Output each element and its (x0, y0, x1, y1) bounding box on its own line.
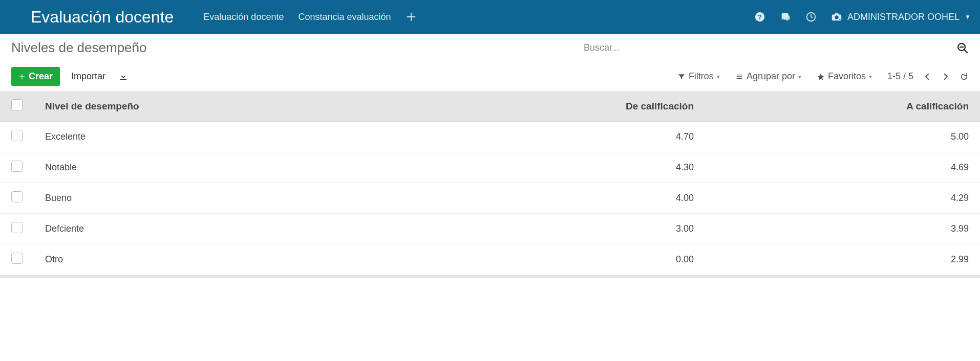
row-checkbox[interactable] (11, 161, 23, 172)
row-select-cell (0, 183, 34, 214)
pager-prev-button[interactable] (923, 72, 932, 81)
favorites-dropdown[interactable]: Favoritos ▾ (817, 71, 872, 82)
cell-from-score: 3.00 (412, 214, 705, 244)
pager: 1-5 / 5 (887, 71, 969, 82)
create-button[interactable]: Crear (11, 67, 60, 86)
table-row[interactable]: Defciente3.003.99 (0, 214, 980, 244)
favorites-label: Favoritos (828, 71, 866, 82)
import-button[interactable]: Importar (71, 71, 105, 82)
caret-down-icon: ▾ (717, 73, 720, 80)
table-row[interactable]: Otro0.002.99 (0, 244, 980, 275)
group-by-label: Agrupar por (747, 71, 795, 82)
chat-icon[interactable] (780, 11, 791, 22)
svg-text:?: ? (758, 13, 762, 21)
caret-down-icon: ▾ (869, 73, 872, 80)
row-select-cell (0, 214, 34, 244)
performance-levels-table: Nivel de desempeño De calificación A cal… (0, 91, 980, 275)
nav-menu: Evaluación docente Constancia evaluación (203, 11, 745, 22)
nav-item-constancia-evaluacion[interactable]: Constancia evaluación (298, 12, 391, 22)
table-row[interactable]: Bueno4.004.29 (0, 183, 980, 214)
row-checkbox[interactable] (11, 222, 23, 233)
row-checkbox[interactable] (11, 130, 23, 141)
row-checkbox[interactable] (11, 253, 23, 264)
cell-to-score: 4.29 (705, 183, 980, 214)
table-row[interactable]: Excelente4.705.00 (0, 122, 980, 152)
caret-down-icon: ▾ (798, 73, 801, 80)
cell-level: Excelente (34, 122, 412, 152)
plus-icon[interactable] (406, 11, 417, 22)
column-header-to-score[interactable]: A calificación (705, 91, 980, 122)
app-title[interactable]: Evaluación docente (31, 8, 174, 27)
cell-level: Defciente (34, 214, 412, 244)
cell-to-score: 2.99 (705, 244, 980, 275)
row-select-cell (0, 122, 34, 152)
svg-line-10 (964, 50, 967, 53)
nav-right-icons: ? ADMINISTRADOR OOHEL ▼ (754, 11, 971, 22)
chevron-left-icon (923, 72, 932, 81)
camera-icon (831, 11, 842, 22)
cell-level: Bueno (34, 183, 412, 214)
user-name-label: ADMINISTRADOR OOHEL (847, 12, 960, 22)
help-icon[interactable]: ? (754, 11, 765, 22)
row-select-cell (0, 244, 34, 275)
select-all-header (0, 91, 34, 122)
create-button-label: Crear (29, 71, 53, 82)
search-zoom-out-icon[interactable] (956, 42, 969, 54)
download-icon (119, 72, 128, 81)
cell-from-score: 4.00 (412, 183, 705, 214)
cell-from-score: 4.30 (412, 152, 705, 183)
cell-level: Notable (34, 152, 412, 183)
top-navbar: Evaluación docente Evaluación docente Co… (0, 0, 980, 34)
pager-text[interactable]: 1-5 / 5 (887, 71, 913, 82)
table-row[interactable]: Notable4.304.69 (0, 152, 980, 183)
table-footer-bar (0, 275, 980, 278)
cell-to-score: 4.69 (705, 152, 980, 183)
pager-next-button[interactable] (941, 72, 950, 81)
cell-to-score: 3.99 (705, 214, 980, 244)
cell-to-score: 5.00 (705, 122, 980, 152)
row-checkbox[interactable] (11, 191, 23, 202)
clock-icon[interactable] (805, 11, 817, 22)
star-icon (817, 73, 825, 81)
row-select-cell (0, 152, 34, 183)
search-input[interactable] (580, 40, 956, 55)
filter-icon (677, 73, 686, 81)
user-menu[interactable]: ADMINISTRADOR OOHEL ▼ (831, 11, 971, 22)
refresh-icon (960, 72, 969, 81)
search-area (580, 40, 969, 55)
control-panel: Niveles de desempeño Crear Importar Filt… (0, 34, 980, 91)
filters-dropdown[interactable]: Filtros ▾ (677, 71, 720, 82)
column-header-level[interactable]: Nivel de desempeño (34, 91, 412, 122)
group-by-dropdown[interactable]: Agrupar por ▾ (735, 71, 801, 82)
refresh-button[interactable] (960, 72, 969, 81)
caret-down-icon: ▼ (965, 13, 971, 20)
column-header-from-score[interactable]: De calificación (412, 91, 705, 122)
breadcrumb: Niveles de desempeño (11, 40, 147, 56)
list-icon (735, 73, 743, 81)
svg-point-7 (835, 15, 838, 19)
plus-icon (18, 73, 26, 80)
cell-from-score: 4.70 (412, 122, 705, 152)
nav-item-evaluacion-docente[interactable]: Evaluación docente (203, 12, 284, 22)
cell-from-score: 0.00 (412, 244, 705, 275)
download-button[interactable] (119, 72, 128, 81)
filters-label: Filtros (689, 71, 714, 82)
cell-level: Otro (34, 244, 412, 275)
chevron-right-icon (941, 72, 950, 81)
select-all-checkbox[interactable] (11, 99, 23, 110)
